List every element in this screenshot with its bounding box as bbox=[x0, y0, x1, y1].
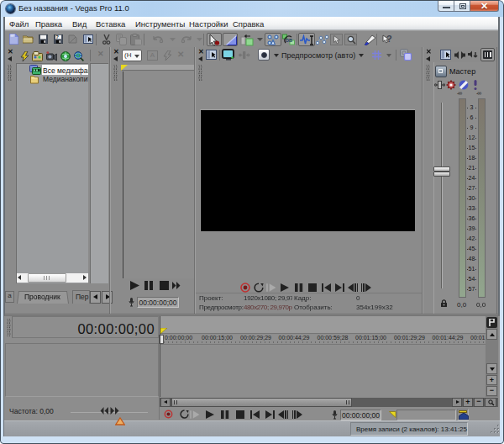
svg-text:?: ? bbox=[55, 34, 59, 40]
svg-text:DB: DB bbox=[286, 38, 292, 43]
